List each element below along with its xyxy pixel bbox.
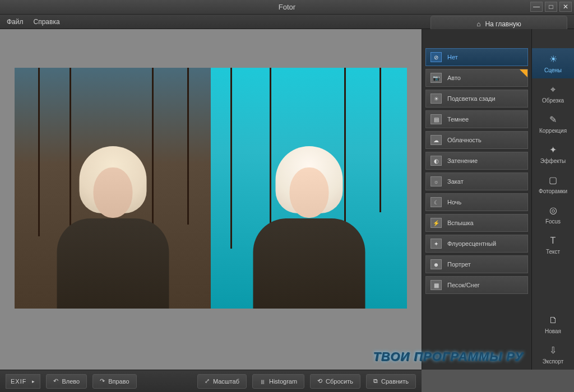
scene-label: Ночь	[447, 199, 461, 206]
home-label: На главную	[485, 20, 521, 28]
tool-сцены[interactable]: ☀Сцены	[532, 48, 574, 78]
scene-label: Портрет	[447, 261, 471, 268]
tool-icon: ⌖	[548, 84, 559, 95]
scene-icon: ✦	[430, 239, 442, 249]
rotate-left-icon: ↶	[53, 377, 58, 385]
scene-label: Темнее	[447, 116, 469, 123]
menu-file[interactable]: Файл	[7, 18, 24, 26]
tool-icon: ☀	[548, 54, 559, 65]
tool-label: Коррекция	[539, 128, 567, 134]
scene-icon: ☻	[430, 259, 442, 269]
tool-label: Новая	[545, 328, 561, 334]
scale-button[interactable]: ⤢Масштаб	[197, 374, 247, 389]
scene-icon: ☾	[430, 197, 442, 207]
scene-icon: ☼	[430, 176, 442, 186]
scene-label: Флуоресцентный	[447, 240, 496, 247]
tool-icon: ✦	[548, 144, 559, 156]
scene-item-11[interactable]: ▦Песок/Снег	[425, 276, 528, 294]
preview-before	[15, 68, 211, 309]
tool-icon: ▢	[548, 175, 559, 186]
tool-label: Экспорт	[543, 358, 564, 365]
scene-item-6[interactable]: ☼Закат	[425, 172, 528, 190]
scene-label: Нет	[447, 54, 458, 60]
tool-label: Сцены	[544, 67, 562, 73]
histogram-icon: ⫼	[260, 378, 266, 385]
tool-icon: ✎	[548, 114, 559, 125]
tool-label: Обрезка	[542, 97, 564, 104]
scene-item-10[interactable]: ☻Портрет	[425, 255, 528, 273]
scene-icon: ◐	[430, 156, 442, 166]
tool-экспорт[interactable]: ⇩Экспорт	[532, 339, 574, 370]
scene-label: Вспышка	[447, 220, 474, 226]
scene-icon: ▤	[430, 114, 442, 124]
tool-icon: ◎	[548, 205, 559, 216]
rotate-right-button[interactable]: ↷Вправо	[92, 374, 136, 389]
tool-фоторамки[interactable]: ▢Фоторамки	[532, 169, 574, 199]
home-icon: ⌂	[476, 20, 480, 28]
reset-icon: ⟲	[317, 377, 322, 385]
titlebar: Fotor — □ ✕	[0, 0, 574, 15]
scene-item-4[interactable]: ☁Облачность	[425, 131, 528, 149]
app-title: Fotor	[279, 3, 295, 11]
maximize-button[interactable]: □	[545, 2, 557, 12]
scene-icon: ▦	[430, 280, 442, 290]
preview-after	[211, 68, 407, 309]
canvas-area	[0, 29, 422, 370]
scene-label: Подсветка сзади	[447, 95, 496, 102]
image-preview[interactable]	[15, 68, 407, 309]
reset-button[interactable]: ⟲Сбросить	[310, 374, 360, 389]
menu-help[interactable]: Справка	[34, 18, 60, 26]
tool-icon: T	[548, 235, 559, 246]
bottom-bar: EXIF ↶Влево ↷Вправо ⤢Масштаб ⫼Histogram …	[0, 370, 422, 392]
scene-label: Облачность	[447, 137, 482, 143]
tool-коррекция[interactable]: ✎Коррекция	[532, 109, 574, 139]
scene-icon: ⊘	[430, 52, 442, 62]
scene-icon: ⚡	[430, 218, 442, 228]
compare-button[interactable]: ⧉Сравнить	[366, 374, 416, 389]
scenes-panel: ⊘Нет📷Авто☀Подсветка сзади▤Темнее☁Облачно…	[422, 29, 531, 370]
tool-icon: 🗋	[548, 315, 559, 326]
scene-item-5[interactable]: ◐Затенение	[425, 152, 528, 170]
tool-icon: ⇩	[548, 345, 559, 356]
scale-icon: ⤢	[205, 377, 210, 385]
minimize-button[interactable]: —	[530, 2, 543, 12]
tool-текст[interactable]: TТекст	[532, 230, 574, 260]
tool-эффекты[interactable]: ✦Эффекты	[532, 139, 574, 169]
tool-новая[interactable]: 🗋Новая	[532, 309, 574, 339]
tool-label: Эффекты	[540, 158, 566, 164]
rotate-left-button[interactable]: ↶Влево	[46, 374, 87, 389]
close-button[interactable]: ✕	[559, 2, 572, 12]
tool-label: Фоторамки	[539, 188, 567, 194]
scene-label: Закат	[447, 178, 464, 185]
tool-label: Focus	[545, 218, 561, 225]
scene-icon: ☁	[430, 135, 442, 145]
scene-item-1[interactable]: 📷Авто	[425, 69, 528, 87]
histogram-button[interactable]: ⫼Histogram	[252, 374, 304, 389]
scene-label: Песок/Снег	[447, 282, 480, 288]
scene-item-2[interactable]: ☀Подсветка сзади	[425, 90, 528, 108]
scene-icon: 📷	[430, 73, 442, 83]
scene-label: Авто	[447, 74, 461, 81]
scene-label: Затенение	[447, 157, 478, 164]
scene-item-3[interactable]: ▤Темнее	[425, 110, 528, 128]
window-controls: — □ ✕	[530, 2, 572, 12]
tool-focus[interactable]: ◎Focus	[532, 199, 574, 230]
main-area: ⊘Нет📷Авто☀Подсветка сзади▤Темнее☁Облачно…	[0, 29, 574, 370]
tool-обрезка[interactable]: ⌖Обрезка	[532, 78, 574, 109]
scene-icon: ☀	[430, 94, 442, 104]
scene-item-7[interactable]: ☾Ночь	[425, 193, 528, 211]
scene-item-8[interactable]: ⚡Вспышка	[425, 214, 528, 232]
scene-item-9[interactable]: ✦Флуоресцентный	[425, 235, 528, 253]
watermark: ТВОИ ПРОГРАММЫ РУ	[373, 349, 524, 364]
exif-button[interactable]: EXIF	[6, 374, 40, 389]
scene-item-0[interactable]: ⊘Нет	[425, 48, 528, 66]
rotate-right-icon: ↷	[100, 377, 105, 385]
tool-label: Текст	[546, 249, 560, 255]
tool-strip: ☀Сцены⌖Обрезка✎Коррекция✦Эффекты▢Фоторам…	[531, 29, 574, 370]
compare-icon: ⧉	[373, 377, 378, 385]
